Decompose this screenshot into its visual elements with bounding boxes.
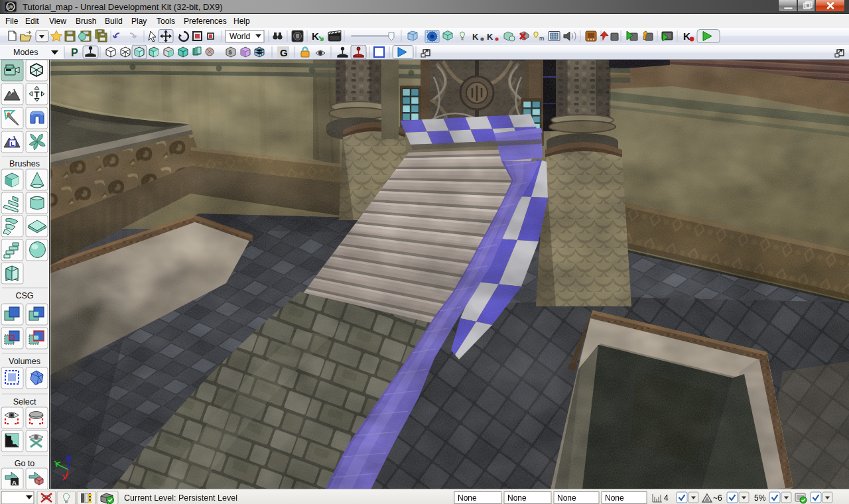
svg-text:A: A: [12, 479, 17, 486]
svg-text:None: None: [458, 493, 477, 503]
svg-text:$: $: [229, 49, 232, 56]
svg-text:CSG: CSG: [15, 291, 33, 300]
svg-text:Select: Select: [13, 397, 36, 407]
svg-text:None: None: [507, 493, 527, 503]
svg-text:~6: ~6: [713, 493, 722, 503]
svg-text:5%: 5%: [754, 493, 766, 503]
svg-text:K: K: [487, 32, 493, 42]
svg-text:UK: UK: [7, 5, 14, 9]
svg-text:Brushes: Brushes: [9, 159, 40, 168]
svg-text:P: P: [71, 47, 78, 58]
svg-text:K: K: [683, 31, 690, 42]
svg-text:Go to: Go to: [15, 459, 35, 468]
svg-text:Modes: Modes: [13, 48, 38, 57]
svg-text:Current Level: Persistent Lev: Current Level: Persistent Level: [124, 493, 237, 503]
svg-text:None: None: [605, 493, 624, 503]
svg-text:T: T: [34, 90, 40, 99]
svg-text:Volumes: Volumes: [9, 357, 40, 366]
svg-text:4: 4: [664, 493, 669, 503]
svg-text:K: K: [472, 32, 479, 42]
svg-text:L: L: [11, 140, 15, 147]
svg-text:G: G: [280, 47, 288, 58]
svg-text:m: m: [539, 35, 545, 42]
svg-text:None: None: [557, 493, 576, 503]
